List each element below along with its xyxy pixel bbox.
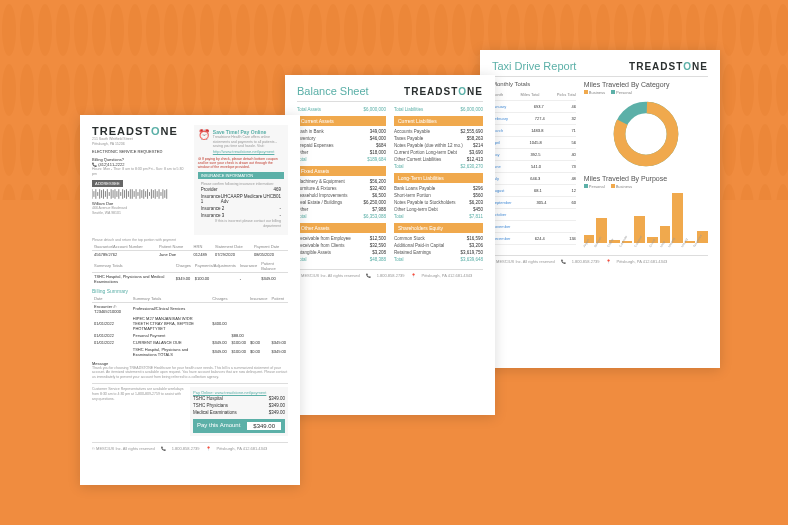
csr-note: Customer Service Representatives are ava… (92, 387, 184, 436)
red-note: ⊘ If paying by check, please detach bott… (198, 157, 284, 169)
equity-hdr: Shareholders Equity (394, 223, 483, 233)
balance-title: Balance Sheet (297, 85, 369, 97)
long-liab-hdr: Long-Term Liabilities (394, 173, 483, 183)
taxi-title: Taxi Drive Report (492, 60, 576, 72)
purpose-legend: PersonalBusiness (584, 184, 708, 189)
cat-chart-title: Miles Traveled By Category (584, 81, 708, 88)
bar-chart (584, 193, 708, 243)
pay-button[interactable]: Pay this Amount$349.00 (193, 419, 285, 433)
brand-logo: TREADSTONE (629, 61, 708, 72)
footer: © MESCIUS Inc. All rights reserved📞1.800… (297, 269, 483, 278)
other-assets-hdr: Other Assets (297, 223, 386, 233)
billing-summary-hdr: Billing Summary (92, 288, 288, 294)
message-body: Thank you for choosing TREADSTONE Health… (92, 366, 288, 380)
summary-table: Summary TotalsChargesPayments/Adjustment… (92, 260, 288, 285)
barcode-icon (92, 189, 188, 199)
footer: © MESCIUS Inc. All rights reserved📞1.800… (92, 442, 288, 451)
purpose-chart-title: Miles Traveled By Purpose (584, 175, 708, 182)
addressee-hdr: ADDRESSEE (92, 180, 123, 187)
fixed-assets-hdr: Fixed Assets (297, 166, 386, 176)
monthly-table: MonthMiles TotalPicks Total January693.7… (492, 89, 576, 245)
brand-logo: TREADSTONE (404, 86, 483, 97)
service-requested: ELECTRONIC SERVICE REQUESTED (92, 149, 188, 154)
monthly-totals-hdr: Monthly Totals (492, 81, 576, 87)
account-table: Guarantor/Account NumberPatient NameHRNS… (92, 243, 288, 258)
bar-labels: AirportBetweenCharityCommuteCustomerErra… (584, 245, 708, 249)
brand-logo: TREADSTONE (92, 125, 188, 137)
insurance-box: Please confirm following insurance infor… (198, 179, 284, 232)
address: 211 South Whitfield StreetPittsburgh, PA… (92, 137, 188, 146)
taxi-report-sheet: Taxi Drive Report TREADSTONE Monthly Tot… (480, 50, 720, 368)
payment-link[interactable]: http://www.treadstone.net/payment (213, 149, 284, 154)
hours: Hours: Mon - Thur: 8 am to 8:30 pm Fri -… (92, 167, 188, 176)
current-liab-hdr: Current Liabilities (394, 116, 483, 126)
billing-table: DateSummary TotalsChargesInsurancePatien… (92, 295, 288, 358)
balance-sheet: Balance Sheet TREADSTONE Total Assets$6,… (285, 75, 495, 415)
clock-icon: ⏰ (198, 129, 210, 140)
footer: © MESCIUS Inc. All rights reserved📞1.800… (492, 255, 708, 264)
cat-legend: BusinessPersonal (584, 90, 708, 95)
invoice-sheet: TREADSTONE 211 South Whitfield StreetPit… (80, 115, 300, 485)
current-assets-hdr: Current Assets (297, 116, 386, 126)
donut-chart (611, 99, 681, 169)
insurance-hdr: INSURANCE INFORMATION (198, 172, 284, 179)
